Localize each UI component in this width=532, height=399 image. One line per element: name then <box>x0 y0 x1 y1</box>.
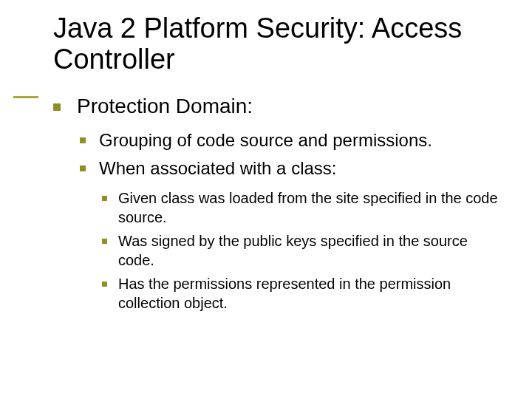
bullet-list-level-2: Grouping of code source and permissions.… <box>77 129 499 313</box>
bullet-text: Was signed by the public keys specified … <box>118 233 468 268</box>
bullet-text: Protection Domain: <box>77 95 253 117</box>
slide: Java 2 Platform Security: Access Control… <box>0 0 532 399</box>
slide-title: Java 2 Platform Security: Access Control… <box>53 13 499 75</box>
bullet-text: Grouping of code source and permissions. <box>99 130 432 150</box>
title-underline <box>13 96 38 98</box>
list-item: Has the permissions represented in the p… <box>99 274 499 313</box>
bullet-text: When associated with a class: <box>99 158 336 178</box>
list-item: Protection Domain: Grouping of code sour… <box>53 93 499 313</box>
bullet-list-level-3: Given class was loaded from the site spe… <box>99 188 499 313</box>
list-item: When associated with a class: Given clas… <box>77 157 499 312</box>
list-item: Given class was loaded from the site spe… <box>99 188 499 227</box>
bullet-text: Has the permissions represented in the p… <box>118 276 451 311</box>
list-item: Was signed by the public keys specified … <box>99 231 499 270</box>
bullet-text: Given class was loaded from the site spe… <box>118 190 498 225</box>
list-item: Grouping of code source and permissions. <box>77 129 499 152</box>
bullet-list-level-1: Protection Domain: Grouping of code sour… <box>53 93 499 313</box>
